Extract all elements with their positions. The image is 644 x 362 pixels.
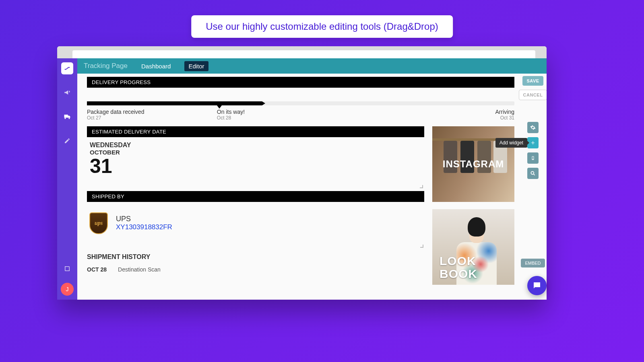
- page-title: Tracking Page: [84, 62, 128, 70]
- edd-header: ESTIMATED DELIVERY DATE: [87, 126, 424, 137]
- edd-day: 31: [90, 156, 420, 177]
- ups-logo-icon: ups: [89, 212, 108, 234]
- app-logo-icon[interactable]: [61, 62, 73, 74]
- progress-bar: [87, 101, 514, 106]
- resize-handle-icon[interactable]: [420, 245, 423, 248]
- settings-button[interactable]: [527, 122, 539, 133]
- resize-handle-icon[interactable]: [420, 185, 423, 188]
- book-icon[interactable]: [61, 263, 73, 275]
- search-button[interactable]: [527, 168, 539, 179]
- progress-step-received: Package data received Oct 27: [87, 109, 144, 121]
- delivery-progress-widget[interactable]: DELIVERY PROGRESS Package data received …: [87, 77, 514, 121]
- intercom-chat-button[interactable]: [527, 276, 547, 295]
- progress-step-transit: On its way! Oct 28: [217, 109, 245, 121]
- search-icon: [530, 171, 536, 176]
- mobile-icon: [530, 155, 535, 161]
- plus-icon: [530, 140, 536, 146]
- shipped-by-widget[interactable]: SHIPPED BY ups UPS XY1303918832FR: [87, 191, 424, 249]
- mobile-preview-button[interactable]: [527, 152, 539, 164]
- edd-dayofweek: WEDNESDAY: [90, 142, 420, 149]
- edd-widget[interactable]: ESTIMATED DELIVERY DATE WEDNESDAY OCTOBE…: [87, 126, 424, 189]
- pencil-icon[interactable]: [61, 135, 73, 147]
- tab-dashboard[interactable]: Dashboard: [137, 61, 175, 71]
- promo-banner: Use our highly customizable editing tool…: [191, 15, 453, 38]
- lookbook-promo-label: LOOK BOOK: [440, 255, 477, 280]
- tab-editor[interactable]: Editor: [184, 61, 208, 71]
- shipped-by-header: SHIPPED BY: [87, 191, 424, 202]
- sidebar: J: [57, 58, 77, 300]
- chat-icon: [532, 281, 542, 290]
- progress-step-arriving: Arriving Oct 31: [495, 109, 514, 121]
- truck-icon[interactable]: [61, 111, 73, 123]
- embed-button[interactable]: EMBED: [521, 259, 545, 267]
- avatar[interactable]: J: [61, 283, 74, 296]
- add-widget-tooltip: Add widget: [495, 138, 527, 148]
- save-button[interactable]: SAVE: [522, 76, 543, 86]
- editor-canvas[interactable]: DELIVERY PROGRESS Package data received …: [77, 74, 519, 300]
- browser-tab[interactable]: [72, 50, 535, 58]
- page-header: Tracking Page Dashboard Editor: [77, 58, 547, 74]
- carrier-name: UPS: [116, 215, 172, 223]
- shipment-history-widget[interactable]: SHIPMENT HISTORY OCT 28 Destination Scan: [87, 253, 424, 273]
- svg-point-2: [531, 171, 534, 174]
- edd-month: OCTOBER: [90, 149, 420, 156]
- gear-icon: [530, 125, 536, 130]
- delivery-progress-header: DELIVERY PROGRESS: [87, 77, 514, 88]
- lookbook-promo-widget[interactable]: LOOK BOOK: [432, 209, 514, 285]
- shipment-history-header: SHIPMENT HISTORY: [87, 253, 424, 261]
- instagram-promo-label: INSTAGRAM: [443, 158, 504, 170]
- svg-rect-1: [533, 157, 534, 159]
- app-window: J Tracking Page Dashboard Editor DELIVER…: [57, 46, 547, 300]
- tool-column: SAVE CANCEL Add widget: [519, 74, 547, 300]
- cancel-button[interactable]: CANCEL: [519, 90, 547, 100]
- announce-icon[interactable]: [61, 86, 73, 99]
- tracking-number-link[interactable]: XY1303918832FR: [116, 223, 172, 231]
- browser-tabstrip: [57, 46, 547, 58]
- history-row: OCT 28 Destination Scan: [87, 266, 424, 273]
